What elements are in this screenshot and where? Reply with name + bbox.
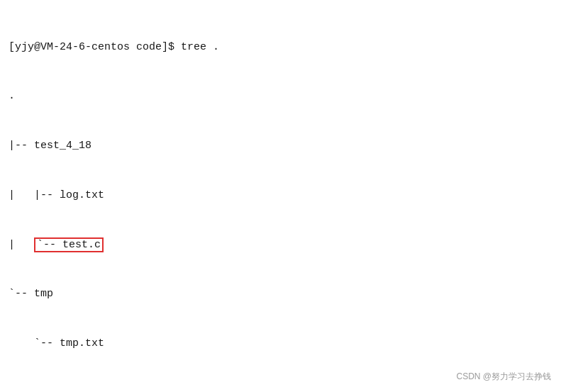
watermark: CSDN @努力学习去挣钱 [456, 370, 551, 383]
tree1-root: . [9, 88, 552, 104]
tree1-line2: | |-- log.txt [9, 187, 552, 203]
prompt-1: [yjy@VM-24-6-centos code]$ [9, 41, 174, 53]
cmd-line-1: [yjy@VM-24-6-centos code]$ tree . [9, 39, 552, 55]
tree1-line5: `-- tmp.txt [9, 335, 552, 352]
tree1-line3-highlighted: | `-- test.c [9, 237, 552, 253]
command-1: tree . [181, 41, 219, 53]
tree1-line4: `-- tmp [9, 286, 552, 302]
highlight-box-1: `-- test.c [34, 237, 104, 252]
tree1-blank [9, 385, 552, 392]
tree1-line1: |-- test_4_18 [9, 138, 552, 154]
terminal-output: [yjy@VM-24-6-centos code]$ tree . . |-- … [9, 6, 552, 392]
